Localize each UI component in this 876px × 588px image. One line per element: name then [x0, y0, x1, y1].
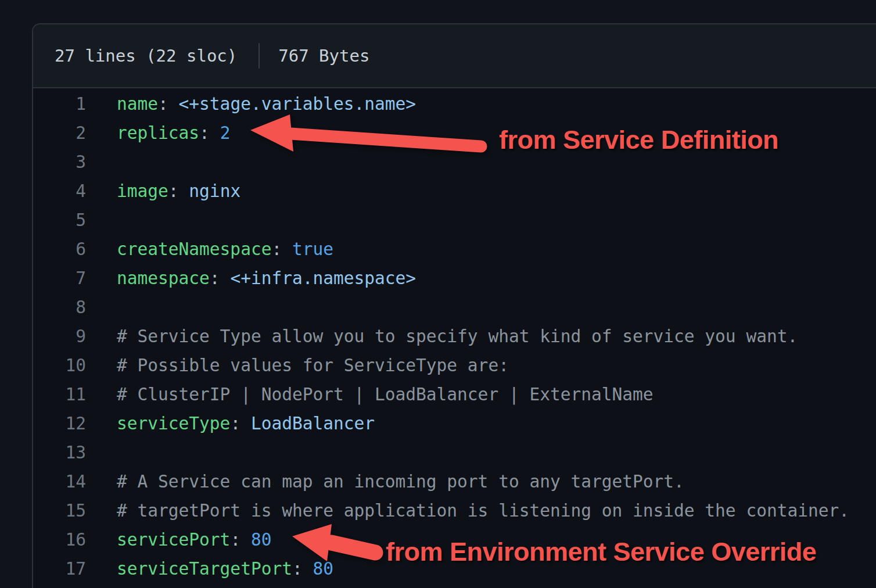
code-content	[86, 438, 117, 467]
header-divider	[259, 43, 260, 69]
code-line: 4image: nginx	[33, 177, 876, 206]
token-punc: :	[292, 559, 313, 579]
code-content: serviceTargetPort: 80	[86, 554, 333, 583]
token-num: 80	[313, 559, 333, 579]
annotation-label-environment-override: from Environment Service Override	[386, 537, 816, 567]
token-punc: :	[230, 414, 251, 433]
code-content: # A Service can map an incoming port to …	[86, 467, 684, 496]
token-punc: :	[230, 530, 251, 550]
code-line: 6createNamespace: true	[33, 235, 876, 264]
code-line: 1name: <+stage.variables.name>	[33, 89, 876, 119]
code-line: 11# ClusterIP | NodePort | LoadBalancer …	[33, 380, 876, 409]
token-key: name	[117, 94, 158, 114]
token-num: 2	[220, 123, 231, 143]
annotation-label-service-definition: from Service Definition	[499, 126, 778, 155]
code-content	[86, 206, 117, 235]
code-content: # targetPort is where application is lis…	[86, 496, 849, 525]
code-line: 10# Possible values for ServiceType are:	[33, 351, 876, 380]
code-content: namespace: <+infra.namespace>	[86, 264, 416, 293]
token-punc: :	[158, 94, 179, 114]
line-number[interactable]: 15	[33, 496, 86, 525]
code-line: 14# A Service can map an incoming port t…	[33, 467, 876, 496]
line-number[interactable]: 3	[33, 148, 86, 177]
line-number[interactable]: 4	[33, 177, 86, 206]
token-str: nginx	[189, 181, 240, 201]
code-content: # Service Type allow you to specify what…	[86, 322, 798, 351]
file-viewer: 27 lines (22 sloc) 767 Bytes 1name: <+st…	[32, 23, 876, 588]
code-line: 9# Service Type allow you to specify wha…	[33, 322, 876, 351]
line-number[interactable]: 8	[33, 293, 86, 322]
token-comment: # Possible values for ServiceType are:	[117, 356, 509, 375]
token-str: <+stage.variables.name>	[179, 94, 417, 114]
code-content: image: nginx	[86, 177, 240, 206]
file-header: 27 lines (22 sloc) 767 Bytes	[33, 24, 876, 88]
code-line: 13	[33, 438, 876, 467]
token-comment: # Service Type allow you to specify what…	[117, 327, 798, 346]
code-content	[86, 148, 117, 177]
code-content	[86, 293, 117, 322]
code-line: 15# targetPort is where application is l…	[33, 496, 876, 525]
token-str: <+infra.namespace>	[230, 268, 416, 288]
page-background: 27 lines (22 sloc) 767 Bytes 1name: <+st…	[0, 0, 876, 588]
code-content: # Possible values for ServiceType are:	[86, 351, 509, 380]
token-key: replicas	[117, 123, 199, 143]
code-content: # ClusterIP | NodePort | LoadBalancer | …	[86, 380, 654, 409]
token-comment: # targetPort is where application is lis…	[117, 501, 849, 521]
code-content: servicePort: 80	[86, 525, 271, 554]
token-key: createNamespace	[117, 239, 271, 259]
token-num: true	[292, 239, 333, 259]
code-lines: 1name: <+stage.variables.name>2replicas:…	[33, 89, 876, 583]
line-number[interactable]: 11	[33, 380, 86, 409]
line-number[interactable]: 16	[33, 525, 86, 554]
code-content: serviceType: LoadBalancer	[86, 409, 375, 438]
line-number[interactable]: 7	[33, 264, 86, 293]
token-comment: # ClusterIP | NodePort | LoadBalancer | …	[117, 385, 654, 404]
line-number[interactable]: 13	[33, 438, 86, 467]
file-size-info: 767 Bytes	[278, 46, 369, 66]
line-number[interactable]: 2	[33, 119, 86, 148]
line-number[interactable]: 10	[33, 351, 86, 380]
token-str: LoadBalancer	[251, 414, 375, 433]
code-line: 8	[33, 293, 876, 322]
code-content: createNamespace: true	[86, 235, 333, 264]
token-punc: :	[168, 181, 189, 201]
code-content: name: <+stage.variables.name>	[86, 89, 416, 119]
token-comment: # A Service can map an incoming port to …	[117, 472, 684, 492]
code-line: 12serviceType: LoadBalancer	[33, 409, 876, 438]
token-punc: :	[271, 239, 292, 259]
token-num: 80	[251, 530, 272, 550]
line-number[interactable]: 12	[33, 409, 86, 438]
line-number[interactable]: 6	[33, 235, 86, 264]
token-key: serviceTargetPort	[117, 559, 292, 579]
token-key: servicePort	[117, 530, 230, 550]
token-punc: :	[199, 123, 220, 143]
token-punc: :	[210, 268, 231, 288]
file-lines-info: 27 lines (22 sloc)	[55, 46, 237, 66]
line-number[interactable]: 5	[33, 206, 86, 235]
code-line: 7namespace: <+infra.namespace>	[33, 264, 876, 293]
code-content: replicas: 2	[86, 119, 230, 148]
code-line: 5	[33, 206, 876, 235]
token-key: serviceType	[117, 414, 230, 433]
code-area: 1name: <+stage.variables.name>2replicas:…	[33, 88, 876, 583]
line-number[interactable]: 17	[33, 554, 86, 583]
token-key: image	[117, 181, 168, 201]
line-number[interactable]: 9	[33, 322, 86, 351]
line-number[interactable]: 14	[33, 467, 86, 496]
token-key: namespace	[117, 268, 210, 288]
line-number[interactable]: 1	[33, 89, 86, 119]
